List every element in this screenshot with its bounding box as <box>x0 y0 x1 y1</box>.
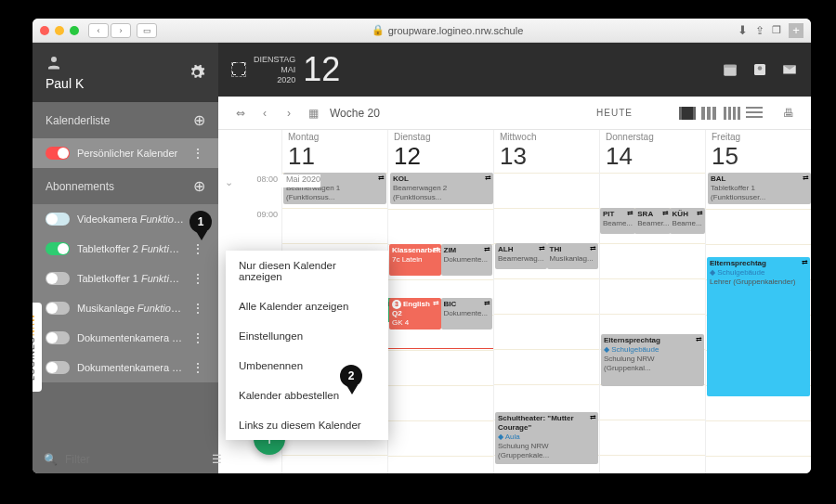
menu-icon[interactable]: ⋮ <box>191 146 205 161</box>
lock-icon: 🔒 <box>372 24 385 36</box>
menu-icon[interactable]: ⋮ <box>191 330 205 345</box>
event[interactable]: ⇄PITBeame... <box>600 208 635 234</box>
toggle[interactable] <box>46 302 70 315</box>
annotation-pin-2: 2 <box>340 365 364 396</box>
add-sub-icon[interactable]: ⊕ <box>193 177 205 195</box>
cal-toolbar: ⇔ ‹ › ▦ Woche 20 HEUTE 🖶 <box>218 97 811 130</box>
toggle[interactable] <box>46 272 70 285</box>
event[interactable]: ⇄ALHBeamerwag... <box>495 243 547 269</box>
month-band: Mai 2020 <box>281 174 320 187</box>
event[interactable]: ⇄KOLBeamerwagen 2 (Funktionsus... <box>390 173 493 204</box>
day-column: Freitag15⇄BALTabletkoffer 1 (Funktionsus… <box>705 130 811 473</box>
search-icon: 🔍 <box>44 453 58 466</box>
next-week[interactable]: › <box>281 106 296 121</box>
window-zoom[interactable] <box>70 26 79 35</box>
newtab-icon[interactable]: + <box>789 23 803 38</box>
event[interactable]: ⇄3English Q2GK 4◆ Gymnasium <box>389 298 441 330</box>
event[interactable]: ⇄BALTabletkoffer 1 (Funktionsuser... <box>708 173 811 204</box>
event[interactable]: ⇄SRABeamer... <box>634 208 670 234</box>
logineo-tab[interactable]: LOGINEONRW <box>33 303 42 392</box>
today-button[interactable]: HEUTE <box>596 108 633 118</box>
user-icon <box>46 54 62 71</box>
menu-icon[interactable]: ⋮ <box>191 271 205 286</box>
toggle[interactable] <box>46 361 70 374</box>
section-kalenderliste: Kalenderliste ⊕ <box>33 102 218 138</box>
svg-point-0 <box>51 57 57 62</box>
sidebar: LOGINEONRW Paul K Kalenderliste ⊕ Persön… <box>33 43 218 473</box>
sidebar-item-dokukam2[interactable]: Dokumentenkamera 2 ... ⋮ <box>33 323 218 353</box>
sidebar-item-dokukam1[interactable]: Dokumentenkamera 1 F... ⋮ <box>33 353 218 382</box>
share-icon[interactable]: ⇪ <box>755 24 764 37</box>
week-label: Woche 20 <box>330 107 380 120</box>
event[interactable]: ⇄THIMusikanlag... <box>547 243 599 269</box>
event[interactable]: ⇄Elternsprechtag◆ SchulgebäudeSchulung N… <box>601 334 704 386</box>
calendar-icon[interactable] <box>722 61 738 78</box>
window-minimize[interactable] <box>55 26 64 35</box>
context-item[interactable]: Einstellungen <box>226 321 388 351</box>
url-bar[interactable]: 🔒 groupware.logineo.nrw.schule <box>157 24 738 36</box>
svg-point-4 <box>758 66 763 71</box>
prev-week[interactable]: ‹ <box>257 106 272 121</box>
day-column: Donnerstag14⇄PITBeame...⇄SRABeamer...⇄KÜ… <box>599 130 705 473</box>
annotation-pin-1: 1 <box>189 211 214 242</box>
browser-titlebar: ‹ › ▭ 🔒 groupware.logineo.nrw.schule ⬇ ⇪… <box>33 19 811 43</box>
download-icon[interactable]: ⬇ <box>738 23 748 37</box>
add-calendar-icon[interactable]: ⊕ <box>193 111 205 129</box>
gear-icon[interactable] <box>189 64 205 81</box>
section-abonnements: Abonnements ⊕ <box>33 168 218 204</box>
context-item[interactable]: Nur diesen Kalender anzeigen <box>226 251 388 291</box>
context-item[interactable]: Links zu diesem Kalender <box>226 410 388 440</box>
nav-back[interactable]: ‹ <box>88 23 109 38</box>
event[interactable]: ⇄Elternsprechtag◆ SchulgebäudeLehrer (Gr… <box>707 257 810 396</box>
print-icon[interactable]: 🖶 <box>781 106 796 121</box>
user-name: Paul K <box>46 76 84 91</box>
fullscreen-icon[interactable]: ⛶ <box>231 62 246 77</box>
main-header: ⛶ DIENSTAG MAI 2020 12 <box>218 43 811 97</box>
toggle[interactable] <box>46 242 70 255</box>
menu-icon[interactable]: ⋮ <box>191 241 205 256</box>
menu-icon[interactable]: ⋮ <box>191 301 205 316</box>
sidebar-item-musikanlage[interactable]: Musikanlage Funktions... ⋮ <box>33 293 218 323</box>
svg-rect-2 <box>724 65 737 68</box>
event[interactable]: ⇄Klassenarbeit7c Latein <box>389 244 441 276</box>
window-close[interactable] <box>40 26 49 35</box>
day-column: Dienstag12⇄KOLBeamerwagen 2 (Funktionsus… <box>387 130 493 473</box>
header-day: 12 <box>303 50 340 89</box>
view-day[interactable] <box>679 107 696 120</box>
datepicker-icon[interactable]: ▦ <box>306 106 320 121</box>
collapse-allday[interactable]: ⌄ <box>225 176 233 187</box>
context-menu: Nur diesen Kalender anzeigenAlle Kalende… <box>226 251 388 440</box>
view-3day[interactable] <box>701 107 718 120</box>
toggle[interactable] <box>46 331 70 344</box>
event[interactable]: ⇄BICDokumente... <box>441 298 493 330</box>
event[interactable]: ⇄KÜHBeame... <box>670 208 705 234</box>
day-column: Mittwoch13⇄ALHBeamerwag...⇄THIMusikanlag… <box>493 130 599 473</box>
context-item[interactable]: Alle Kalender anzeigen <box>226 291 388 321</box>
event[interactable]: ⇄Schultheater: "Mutter Courage"◆ AulaSch… <box>495 412 598 464</box>
toggle-personal[interactable] <box>46 147 70 160</box>
sidebar-item-personal[interactable]: Persönlicher Kalender ⋮ <box>33 138 218 168</box>
filter-bar[interactable]: 🔍 ☰ <box>33 446 218 473</box>
view-buttons <box>679 107 763 120</box>
sidebar-toggle-icon[interactable]: ▭ <box>137 23 157 38</box>
nav-forward[interactable]: › <box>111 23 131 38</box>
view-list[interactable] <box>746 107 763 120</box>
tabs-icon[interactable]: ❐ <box>772 24 781 36</box>
contacts-icon[interactable] <box>751 61 768 78</box>
filter-input[interactable] <box>65 453 204 466</box>
menu-icon[interactable]: ⋮ <box>191 360 205 375</box>
fit-icon[interactable]: ⇔ <box>233 106 248 121</box>
event[interactable]: ⇄ZIMDokumente... <box>441 244 493 276</box>
sidebar-item-tabletkoffer1[interactable]: Tabletkoffer 1 Funktion... ⋮ <box>33 264 218 293</box>
mail-icon[interactable] <box>781 61 798 78</box>
view-week[interactable] <box>724 107 740 120</box>
toggle[interactable] <box>46 213 70 226</box>
